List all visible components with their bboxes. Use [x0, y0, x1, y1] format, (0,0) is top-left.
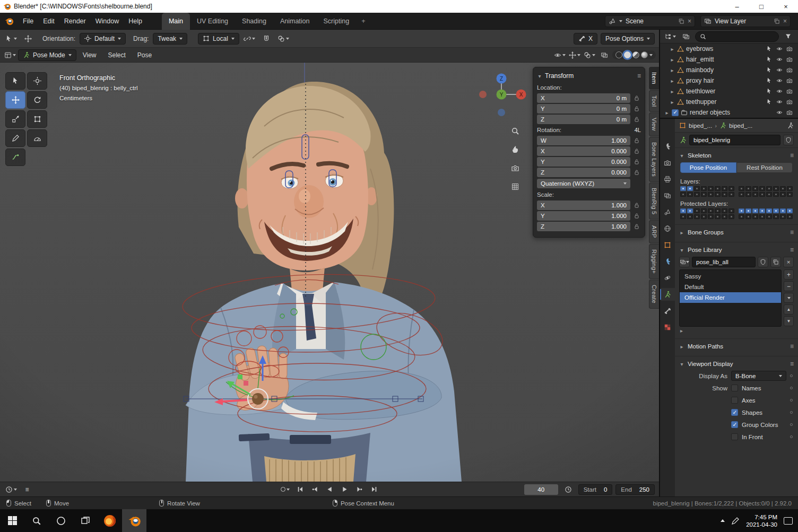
taskbar-search-icon[interactable]: [24, 509, 49, 532]
transform-tool[interactable]: [27, 110, 47, 128]
pose-position-button[interactable]: Pose Position: [680, 162, 736, 173]
expand-icon[interactable]: ▸: [670, 46, 675, 52]
outliner-collection-render-objects[interactable]: ▸ render objects: [660, 107, 798, 118]
layer-toggle[interactable]: [701, 208, 707, 213]
pan-hand-icon[interactable]: [508, 144, 522, 155]
layer-toggle[interactable]: [722, 186, 727, 191]
hide-eye-icon[interactable]: [776, 99, 783, 105]
layer-toggle[interactable]: [752, 208, 758, 213]
blender-menu-icon[interactable]: [0, 16, 18, 26]
pen-workspace-icon[interactable]: [731, 517, 740, 525]
scale-x-field[interactable]: X1.000: [537, 200, 630, 210]
cortana-icon[interactable]: [49, 509, 73, 532]
group-colors-checkbox[interactable]: [731, 421, 738, 428]
outliner-item-eyebrows[interactable]: ▸ eyebrows: [660, 43, 798, 54]
jump-to-start-button[interactable]: [293, 484, 307, 495]
layer-toggle[interactable]: [728, 214, 734, 219]
render-visibility-icon[interactable]: [786, 88, 793, 94]
orientation-dropdown[interactable]: Default: [80, 33, 126, 45]
properties-tab-physics[interactable]: [660, 272, 675, 284]
expand-icon[interactable]: ▸: [670, 67, 675, 73]
lock-icon[interactable]: [632, 169, 641, 176]
selectable-icon[interactable]: [766, 56, 773, 63]
rotation-x-field[interactable]: X0.000: [537, 146, 630, 156]
protected-layers-grid-1[interactable]: [680, 208, 734, 219]
display-as-dropdown[interactable]: B-Bone: [731, 371, 786, 381]
properties-tab-world[interactable]: [660, 222, 675, 235]
layer-toggle[interactable]: [715, 192, 721, 197]
view-menu[interactable]: View: [77, 48, 102, 62]
blender-taskbar-icon[interactable]: [122, 509, 146, 532]
outliner-item-hair-emitt[interactable]: ▸ hair_emitt: [660, 54, 798, 65]
action-center-icon[interactable]: [784, 517, 793, 525]
tab-view[interactable]: View: [649, 112, 659, 136]
fake-user-shield-icon[interactable]: [758, 257, 768, 267]
layer-toggle[interactable]: [787, 214, 793, 219]
selectable-icon[interactable]: [766, 77, 773, 84]
gizmos-dropdown[interactable]: [568, 49, 582, 61]
breadcrumb-object[interactable]: biped_...: [689, 123, 712, 129]
location-y-field[interactable]: Y0 m: [537, 104, 630, 114]
pose-breakdowner-tool[interactable]: [5, 149, 25, 166]
layer-toggle[interactable]: [766, 214, 772, 219]
layer-toggle[interactable]: [694, 186, 700, 191]
rotation-mode-dropdown[interactable]: Quaternion (WXYZ): [537, 179, 630, 188]
layer-toggle[interactable]: [687, 192, 693, 197]
render-visibility-icon[interactable]: [786, 109, 793, 116]
layer-toggle[interactable]: [687, 186, 693, 191]
active-tool-dropdown[interactable]: [4, 33, 18, 45]
layer-toggle[interactable]: [766, 208, 772, 213]
snap-target-dropdown[interactable]: [242, 33, 256, 45]
render-visibility-icon[interactable]: [786, 67, 793, 73]
tab-tool[interactable]: Tool: [649, 90, 659, 112]
layer-toggle[interactable]: [773, 192, 779, 197]
hide-eye-icon[interactable]: [776, 67, 783, 73]
lock-icon[interactable]: [632, 159, 641, 165]
tab-rigging-plus[interactable]: Rigging+: [649, 244, 659, 279]
pose-item-selected[interactable]: Official Render: [680, 292, 781, 303]
layer-toggle[interactable]: [759, 192, 765, 197]
layer-toggle[interactable]: [766, 186, 772, 191]
duplicate-datablock-icon[interactable]: [770, 257, 781, 267]
properties-tab-scene[interactable]: [660, 206, 675, 219]
properties-tab-view-layer[interactable]: [660, 189, 675, 202]
render-visibility-icon[interactable]: [786, 46, 793, 52]
panel-menu-icon[interactable]: ≡: [637, 72, 641, 80]
shading-dropdown-icon[interactable]: [649, 54, 653, 56]
location-x-field[interactable]: X0 m: [537, 93, 630, 103]
layer-toggle[interactable]: [728, 192, 734, 197]
hide-eye-icon[interactable]: [776, 77, 783, 84]
layer-toggle[interactable]: [745, 214, 751, 219]
preview-range-toggle[interactable]: [561, 484, 575, 495]
properties-tab-modifiers[interactable]: [660, 255, 675, 268]
layer-toggle[interactable]: [752, 214, 758, 219]
frame-end-field[interactable]: End250: [615, 484, 655, 495]
pivot-point-dropdown[interactable]: Local: [198, 33, 239, 45]
layer-toggle[interactable]: [680, 186, 686, 191]
timeline-editor-type-dropdown[interactable]: [4, 484, 18, 495]
layer-toggle[interactable]: [708, 192, 714, 197]
render-visibility-icon[interactable]: [786, 77, 793, 84]
move-tool[interactable]: [5, 91, 25, 109]
lock-icon[interactable]: [632, 106, 641, 112]
layer-toggle[interactable]: [680, 214, 686, 219]
lock-icon[interactable]: [632, 137, 641, 144]
outliner-display-mode-dropdown[interactable]: [663, 31, 677, 42]
maximize-button[interactable]: □: [749, 0, 774, 13]
workspace-tab-main[interactable]: Main: [162, 13, 190, 30]
layer-toggle[interactable]: [680, 192, 686, 197]
scale-y-field[interactable]: Y1.000: [537, 211, 630, 221]
tab-blenrig5[interactable]: BlenRig 5: [649, 182, 659, 220]
jump-to-end-button[interactable]: [367, 484, 381, 495]
properties-tab-object-data[interactable]: [660, 288, 675, 301]
menu-render[interactable]: Render: [59, 13, 91, 30]
layer-toggle[interactable]: [701, 192, 707, 197]
scene-selector[interactable]: Scene ×: [605, 15, 695, 27]
layer-toggle[interactable]: [694, 214, 700, 219]
collapse-icon[interactable]: ▾: [679, 247, 684, 253]
layer-toggle[interactable]: [715, 208, 721, 213]
workspace-tab-animation[interactable]: Animation: [273, 13, 317, 30]
lock-icon[interactable]: [632, 213, 641, 219]
cursor-tool[interactable]: [27, 72, 47, 90]
close-button[interactable]: ×: [774, 0, 798, 13]
